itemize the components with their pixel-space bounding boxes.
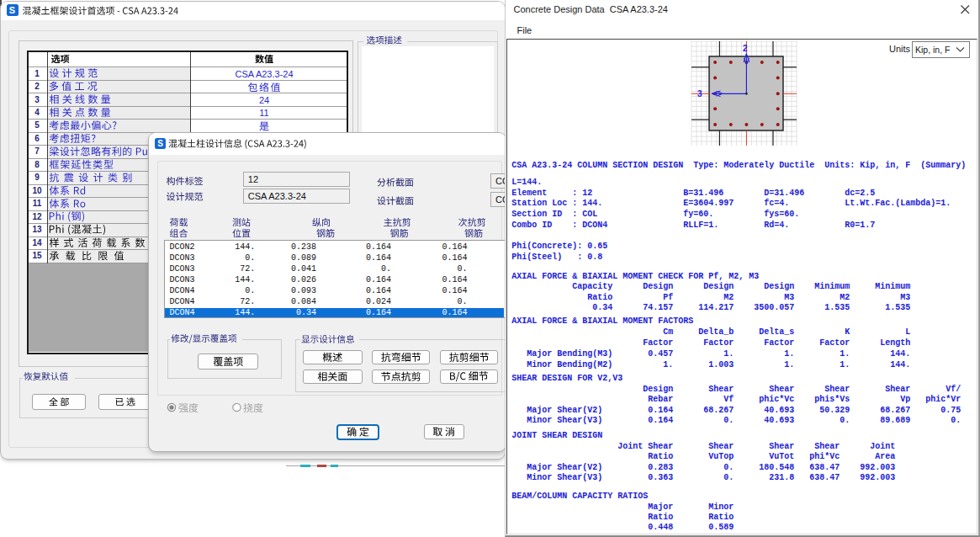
- svg-text:2: 2: [743, 44, 748, 53]
- svg-text:3: 3: [697, 89, 702, 98]
